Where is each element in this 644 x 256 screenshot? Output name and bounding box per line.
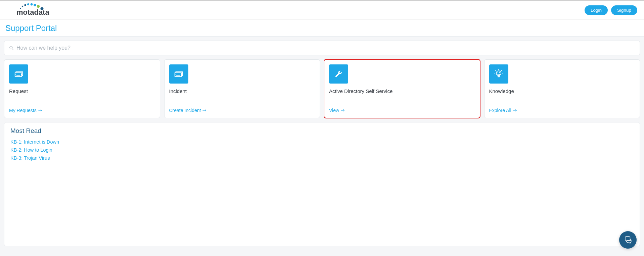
ticket-icon <box>9 64 28 84</box>
logo[interactable]: motadata <box>8 3 57 17</box>
login-button[interactable]: Login <box>585 5 608 15</box>
card-link-label: View <box>329 108 339 113</box>
top-bar: motadata Login Signup <box>0 0 644 19</box>
svg-point-3 <box>27 3 29 5</box>
svg-point-6 <box>37 5 40 8</box>
arrow-right-icon <box>513 109 517 112</box>
svg-text:motadata: motadata <box>16 8 50 16</box>
search-input[interactable] <box>16 45 635 51</box>
card-link-label: Create Incident <box>169 108 201 113</box>
header-actions: Login Signup <box>585 5 637 15</box>
card-link-my-requests[interactable]: My Requests <box>9 108 155 113</box>
kb-link[interactable]: KB-1: Internet is Down <box>10 138 634 146</box>
arrow-right-icon <box>340 109 345 112</box>
card-link-label: Explore All <box>489 108 511 113</box>
arrow-right-icon <box>202 109 207 112</box>
lightbulb-icon <box>489 64 508 84</box>
svg-rect-13 <box>176 75 180 75</box>
search-icon <box>9 46 14 50</box>
page-title: Support Portal <box>0 19 644 37</box>
card-link-create-incident[interactable]: Create Incident <box>169 108 315 113</box>
card-ad-self-service[interactable]: Active Directory Self Service View <box>324 59 480 118</box>
svg-point-1 <box>22 6 24 7</box>
most-read-title: Most Read <box>10 127 634 135</box>
search-box[interactable] <box>4 41 640 55</box>
wrench-icon <box>329 64 348 84</box>
svg-point-9 <box>10 46 12 49</box>
ticket-icon <box>169 64 188 84</box>
svg-line-23 <box>495 70 496 70</box>
svg-point-5 <box>34 4 36 6</box>
signup-button[interactable]: Signup <box>611 5 637 15</box>
most-read-panel: Most Read KB-1: Internet is Down KB-2: H… <box>4 122 640 246</box>
chat-button[interactable] <box>619 231 637 249</box>
card-incident[interactable]: Incident Create Incident <box>164 59 320 118</box>
svg-point-4 <box>31 3 33 5</box>
content: Request My Requests Incident Create <box>0 37 644 250</box>
cards-row: Request My Requests Incident Create <box>4 59 640 118</box>
kb-link[interactable]: KB-2: How to Login <box>10 146 634 154</box>
card-link-label: My Requests <box>9 108 37 113</box>
svg-line-24 <box>501 70 502 70</box>
logo-image: motadata <box>8 3 57 17</box>
svg-point-18 <box>499 72 500 72</box>
card-request[interactable]: Request My Requests <box>4 59 160 118</box>
card-knowledge[interactable]: Knowledge Explore All <box>484 59 640 118</box>
card-title: Request <box>9 88 155 94</box>
card-title: Active Directory Self Service <box>329 88 475 94</box>
card-title: Incident <box>169 88 315 94</box>
card-link-explore-all[interactable]: Explore All <box>489 108 635 113</box>
arrow-right-icon <box>38 109 43 112</box>
svg-line-10 <box>12 49 13 50</box>
kb-link[interactable]: KB-3: Trojan Virus <box>10 154 634 162</box>
svg-rect-11 <box>16 75 20 75</box>
card-title: Knowledge <box>489 88 635 94</box>
chat-icon <box>624 236 632 244</box>
card-link-view[interactable]: View <box>329 108 475 113</box>
svg-point-2 <box>24 4 26 6</box>
svg-point-17 <box>498 72 498 72</box>
